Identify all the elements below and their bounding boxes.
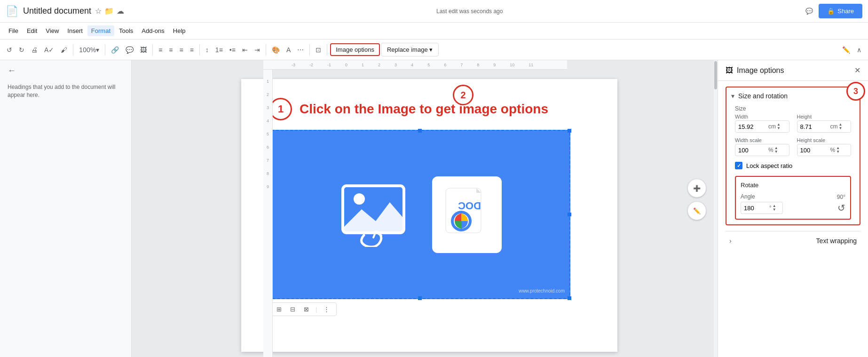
selected-image-container[interactable]: DOC www.p	[269, 130, 570, 299]
menu-insert[interactable]: Insert	[63, 25, 87, 36]
width-scale-unit: %	[768, 147, 773, 153]
image-options-button[interactable]: Image options	[330, 43, 380, 56]
lock-aspect-checkbox[interactable]: ✓	[735, 162, 742, 169]
size-rotation-title: Size and rotation	[738, 92, 788, 100]
menu-view[interactable]: View	[42, 25, 63, 36]
handle-middle-right[interactable]	[568, 213, 571, 216]
paint-format-button[interactable]: 🖌	[58, 44, 70, 56]
redo-button[interactable]: ↻	[16, 44, 27, 56]
image-button[interactable]: 🖼	[137, 44, 150, 56]
menu-tools[interactable]: Tools	[115, 25, 137, 36]
inline-align-left[interactable]: ⊞	[273, 304, 285, 315]
width-spinner[interactable]: ▲▼	[777, 123, 781, 130]
indent-more[interactable]: ⇥	[252, 44, 263, 56]
align-center[interactable]: ≡	[166, 44, 175, 56]
comment-button[interactable]: 💬	[123, 44, 136, 56]
star-icon[interactable]: ☆	[95, 7, 102, 16]
width-scale-label: Width scale	[735, 137, 789, 143]
add-comment-float-button[interactable]: ➕	[687, 179, 706, 198]
undo-button[interactable]: ↺	[4, 44, 15, 56]
doc-area: -3 -2 -1 0 1 2 3 4 5 6 7 8 9 10 11 1 2 3…	[132, 60, 718, 357]
panel-close-button[interactable]: ✕	[854, 66, 860, 75]
image-placeholder[interactable]: DOC www.p	[269, 130, 570, 299]
image-content: DOC	[270, 131, 569, 298]
share-button[interactable]: 🔒 Share	[819, 4, 862, 18]
numbered-list[interactable]: 1≡	[213, 44, 226, 56]
width-scale-input[interactable]: 100	[738, 147, 766, 154]
indent-less[interactable]: ⇤	[239, 44, 251, 56]
text-color[interactable]: A	[284, 44, 293, 56]
comments-icon[interactable]: 💬	[805, 8, 813, 15]
main-layout: ← Headings that you add to the document …	[0, 60, 868, 357]
menu-edit[interactable]: Edit	[23, 25, 41, 36]
inline-align-right[interactable]: ⊠	[300, 304, 313, 315]
cloud-icon[interactable]: ☁	[117, 7, 124, 16]
width-scale-spinner[interactable]: ▲▼	[774, 146, 778, 154]
bullet-list[interactable]: •≡	[227, 44, 238, 56]
menu-addons[interactable]: Add-ons	[138, 25, 168, 36]
handle-bottom-right[interactable]	[568, 296, 571, 300]
step2-badge: 2	[453, 85, 473, 105]
spellcheck-button[interactable]: A✓	[41, 44, 57, 56]
align-left[interactable]: ≡	[156, 44, 165, 56]
sep4	[199, 44, 200, 56]
text-wrapping-section[interactable]: › Text wrapping	[726, 231, 860, 250]
sep7	[327, 44, 327, 56]
step3-badge: 3	[846, 82, 865, 101]
back-arrow-icon[interactable]: ←	[8, 66, 16, 76]
edit-mode-button[interactable]: ✏️	[839, 44, 853, 56]
folder-icon[interactable]: 📁	[104, 7, 114, 16]
menu-help[interactable]: Help	[169, 25, 189, 36]
highlight-button[interactable]: 🎨	[269, 44, 283, 56]
scrollbar-thumb[interactable]	[714, 61, 717, 89]
height-scale-unit: %	[830, 147, 836, 153]
sep5	[266, 44, 266, 56]
angle-spinner[interactable]: ▲▼	[773, 204, 776, 212]
rotate-section: Rotate Angle ° ▲▼	[735, 176, 851, 220]
crop-button[interactable]: ⊡	[313, 44, 324, 56]
handle-top-middle[interactable]	[418, 129, 422, 133]
page-heading: 1 Click on the Image to get image option…	[269, 98, 589, 120]
rotate-ccw-button[interactable]: ↺	[837, 202, 845, 214]
height-spinner[interactable]: ▲▼	[839, 123, 843, 130]
handle-bottom-middle[interactable]	[418, 296, 422, 300]
replace-image-button[interactable]: Replace image ▾	[381, 43, 439, 56]
handle-top-right[interactable]	[568, 129, 571, 133]
sidebar-left: ← Headings that you add to the document …	[0, 60, 132, 357]
angle-input-wrap: ° ▲▼	[741, 202, 783, 214]
print-button[interactable]: 🖨	[28, 44, 40, 56]
collapse-button[interactable]: ∧	[854, 44, 864, 56]
scale-row: Width scale 100 % ▲▼ Height scale	[735, 137, 851, 156]
height-scale-item: Height scale 100 % ▲▼	[797, 137, 852, 156]
angle-90-label: 90°	[837, 194, 845, 200]
inline-align-center[interactable]: ⊟	[286, 304, 299, 315]
align-justify[interactable]: ≡	[187, 44, 197, 56]
height-scale-input[interactable]: 100	[800, 147, 829, 154]
top-right-icons: 💬	[805, 8, 813, 15]
menu-file[interactable]: File	[5, 25, 22, 36]
inline-more[interactable]: ⋮	[320, 304, 333, 315]
zoom-button[interactable]: 100% ▾	[76, 44, 102, 56]
height-scale-label: Height scale	[797, 137, 852, 143]
ruler-horizontal: -3 -2 -1 0 1 2 3 4 5 6 7 8 9 10 11	[263, 60, 567, 70]
menu-format[interactable]: Format	[87, 25, 114, 36]
link-button[interactable]: 🔗	[108, 44, 122, 56]
edit-float-button[interactable]: ✏️	[687, 201, 706, 220]
ruler-vertical: 1 2 3 4 5 6 7 8 9	[263, 70, 273, 357]
angle-input[interactable]	[744, 205, 767, 212]
angle-90-section: 90° ↺	[837, 194, 845, 214]
width-input-wrap: 15.92 cm ▲▼	[735, 120, 789, 133]
step2-float: 2	[453, 85, 476, 105]
height-scale-spinner[interactable]: ▲▼	[836, 146, 840, 154]
sidebar-heading: Headings that you add to the document wi…	[8, 83, 124, 99]
height-input[interactable]: 8.71	[800, 123, 829, 130]
vertical-scrollbar[interactable]	[714, 60, 718, 357]
width-input[interactable]: 15.92	[738, 123, 766, 130]
line-spacing[interactable]: ↕	[203, 44, 212, 56]
app-icon: 📄	[6, 5, 18, 17]
size-label: Size	[735, 105, 851, 112]
size-rotation-header[interactable]: ▾ Size and rotation	[731, 92, 855, 100]
width-scale-wrap: 100 % ▲▼	[735, 144, 789, 156]
more-formats[interactable]: ⋯	[294, 44, 307, 56]
align-right[interactable]: ≡	[177, 44, 186, 56]
